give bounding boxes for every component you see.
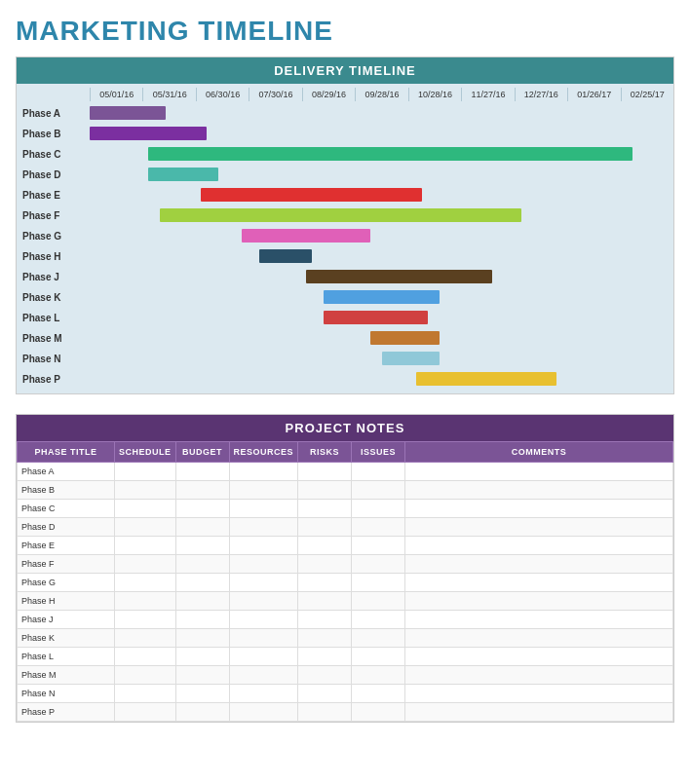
date-cell: 09/28/16 (355, 88, 407, 101)
notes-cell (115, 574, 176, 592)
table-row: Phase A (18, 463, 673, 481)
notes-cell (298, 481, 352, 500)
notes-cell (352, 611, 405, 629)
notes-cell (352, 574, 405, 592)
notes-cell (115, 592, 176, 611)
gantt-row: Phase J (17, 267, 673, 286)
phase-row-label: Phase B (17, 129, 90, 139)
notes-cell (229, 648, 298, 666)
gantt-bar (259, 249, 312, 263)
phase-name-cell: Phase M (18, 666, 115, 685)
phase-name-cell: Phase E (18, 537, 115, 555)
gantt-row: Phase N (17, 349, 673, 368)
notes-header: PROJECT NOTES (17, 415, 673, 441)
table-row: Phase L (18, 648, 673, 666)
notes-cell (352, 481, 405, 500)
phase-row-label: Phase D (17, 169, 90, 180)
gantt-bar (382, 352, 441, 365)
gantt-header: DELIVERY TIMELINE (17, 57, 673, 84)
table-row: Phase J (18, 611, 673, 629)
notes-cell (229, 463, 298, 481)
phase-row-label: Phase C (17, 149, 90, 160)
phase-name-cell: Phase H (18, 592, 115, 611)
notes-cell (115, 666, 176, 685)
phase-name-cell: Phase N (18, 685, 115, 703)
notes-cell (352, 648, 405, 666)
notes-table: PHASE TITLESCHEDULEBUDGETRESOURCESRISKSI… (17, 441, 673, 722)
notes-col-header: BUDGET (175, 442, 229, 463)
notes-cell (115, 611, 176, 629)
gantt-bar (324, 311, 429, 324)
date-cell: 01/26/17 (567, 88, 620, 101)
notes-cell (229, 537, 298, 555)
notes-cell (115, 685, 176, 703)
phase-row-label: Phase A (17, 108, 90, 119)
gantt-bar (242, 229, 370, 243)
notes-cell (229, 611, 298, 629)
notes-cell (352, 666, 405, 685)
notes-cell (298, 666, 352, 685)
notes-cell (298, 555, 352, 574)
notes-cell (229, 555, 298, 574)
gantt-track (90, 308, 673, 327)
gantt-row: Phase B (17, 124, 673, 143)
phase-name-cell: Phase J (18, 611, 115, 629)
table-row: Phase B (18, 481, 673, 500)
notes-cell (175, 463, 229, 481)
notes-cell (352, 555, 405, 574)
table-row: Phase C (18, 500, 673, 518)
gantt-track (90, 144, 673, 164)
gantt-row: Phase M (17, 328, 673, 348)
phase-row-label: Phase H (17, 251, 90, 262)
table-row: Phase F (18, 555, 673, 574)
notes-cell (405, 611, 673, 629)
date-cell: 10/28/16 (408, 88, 461, 101)
gantt-bar (324, 290, 441, 304)
date-cell: 05/31/16 (142, 88, 195, 101)
notes-cell (298, 703, 352, 722)
notes-cell (405, 574, 673, 592)
phase-row-label: Phase J (17, 272, 90, 282)
gantt-bar (416, 372, 556, 386)
notes-cell (298, 537, 352, 555)
notes-cell (115, 703, 176, 722)
notes-cell (405, 537, 673, 555)
phase-row-label: Phase K (17, 292, 90, 303)
phase-row-label: Phase G (17, 231, 90, 242)
date-cell: 08/29/16 (302, 88, 355, 101)
gantt-section: DELIVERY TIMELINE 05/01/1605/31/1606/30/… (16, 56, 674, 394)
gantt-row: Phase G (17, 226, 673, 245)
notes-cell (229, 500, 298, 518)
notes-cell (229, 703, 298, 722)
notes-cell (405, 463, 673, 481)
notes-cell (352, 537, 405, 555)
notes-cell (298, 518, 352, 537)
phase-name-cell: Phase C (18, 500, 115, 518)
notes-cell (115, 648, 176, 666)
notes-cell (405, 518, 673, 537)
table-row: Phase E (18, 537, 673, 555)
phase-row-label: Phase E (17, 190, 90, 201)
date-cell: 07/30/16 (249, 88, 301, 101)
notes-cell (352, 592, 405, 611)
notes-cell (229, 518, 298, 537)
notes-col-header: ISSUES (352, 442, 405, 463)
notes-cell (115, 481, 176, 500)
page-title: MARKETING TIMELINE (16, 16, 674, 47)
notes-cell (175, 518, 229, 537)
notes-cell (175, 685, 229, 703)
gantt-bar (201, 188, 423, 202)
phase-row-label: Phase P (17, 374, 90, 385)
phase-row-label: Phase M (17, 333, 90, 344)
gantt-track (90, 185, 673, 205)
notes-cell (405, 666, 673, 685)
notes-cell (175, 500, 229, 518)
gantt-track (90, 267, 673, 286)
phase-name-cell: Phase B (18, 481, 115, 500)
notes-cell (229, 685, 298, 703)
gantt-row: Phase A (17, 103, 673, 123)
notes-cell (175, 537, 229, 555)
phase-row-label: Phase F (17, 210, 90, 221)
gantt-row: Phase L (17, 308, 673, 327)
notes-cell (229, 629, 298, 648)
